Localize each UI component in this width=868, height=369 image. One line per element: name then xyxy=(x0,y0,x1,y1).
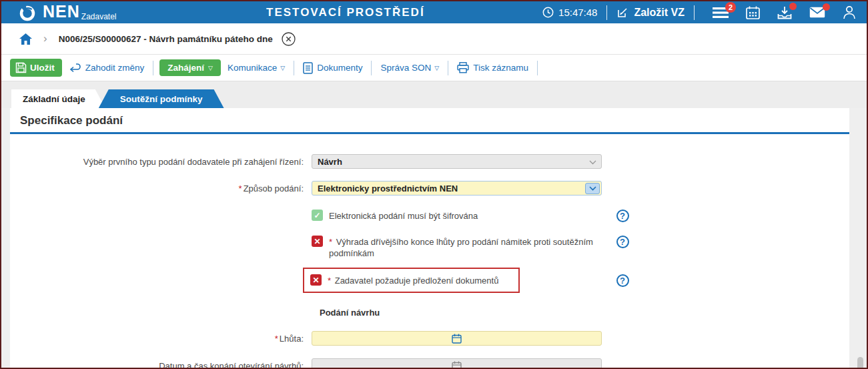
document-icon xyxy=(303,62,313,74)
tasks-badge: 2 xyxy=(725,2,736,13)
profile-button[interactable] xyxy=(843,5,856,19)
person-icon xyxy=(843,5,856,19)
toolbar-divider xyxy=(537,61,538,75)
chevron-down-icon xyxy=(589,160,596,165)
encrypted-help-button[interactable]: ? xyxy=(616,210,629,222)
initiation-dropdown-button[interactable]: Zahájení ▽ xyxy=(159,59,221,76)
app-window: NEN Zadavatel TESTOVACÍ PROSTŘEDÍ 15:47:… xyxy=(0,0,868,369)
brand-name: NEN xyxy=(43,3,80,20)
save-label: Uložit xyxy=(30,63,55,73)
save-icon xyxy=(15,62,27,73)
inbox-button[interactable] xyxy=(777,6,792,19)
documents-button[interactable]: Dokumenty xyxy=(300,62,365,74)
vertical-scrollbar-thumb[interactable] xyxy=(857,357,863,368)
tab-soutezni-podminky[interactable]: Soutěžní podmínky xyxy=(99,89,224,108)
messages-button[interactable] xyxy=(809,7,825,18)
cross-icon: ✕ xyxy=(312,276,319,285)
create-vz-label: Založit VZ xyxy=(634,7,685,19)
close-record-button[interactable] xyxy=(282,32,296,46)
close-circle-icon xyxy=(282,32,296,46)
specification-form: Výběr prvního typu podání dodavatele při… xyxy=(10,134,849,369)
chevron-down-icon: ▽ xyxy=(208,65,213,71)
first-submission-type-value: Návrh xyxy=(318,157,342,167)
toolbar-divider xyxy=(371,61,372,75)
calendar-button[interactable] xyxy=(746,6,760,19)
environment-title: TESTOVACÍ PROSTŘEDÍ xyxy=(266,6,425,19)
header-divider xyxy=(606,5,607,20)
documents-label: Dokumenty xyxy=(317,63,362,73)
section-title: Specifikace podání xyxy=(20,114,849,127)
question-icon: ? xyxy=(620,237,625,247)
tab-label: Základní údaje xyxy=(23,94,85,104)
toolbar-divider xyxy=(294,61,294,75)
communication-label: Komunikace xyxy=(228,63,277,73)
chevron-down-icon: ▽ xyxy=(434,65,439,71)
create-vz-button[interactable]: Založit VZ xyxy=(616,7,685,19)
tab-label: Soutěžní podmínky xyxy=(120,94,203,104)
clock-time: 15:47:48 xyxy=(558,7,597,18)
objection-deadline-label: * Výhrada dřívějšího konce lhůty pro pod… xyxy=(329,236,596,259)
deadline-label: *Lhůta: xyxy=(10,333,312,344)
calendar-icon xyxy=(746,6,760,19)
encrypted-label: Elektronická podání musí být šifrována xyxy=(329,210,478,222)
son-management-dropdown-button[interactable]: Správa SON ▽ xyxy=(378,63,442,73)
breadcrumb-record-title: N006/25/S00000627 - Návrh památníku páte… xyxy=(59,34,273,44)
nen-logo-icon xyxy=(17,3,37,23)
chevron-down-icon xyxy=(589,186,596,191)
clock-icon xyxy=(542,7,554,18)
calendar-picker-icon[interactable] xyxy=(452,334,462,344)
objection-deadline-checkbox[interactable]: ✕ xyxy=(312,236,323,247)
submission-method-value: Elektronicky prostřednictvím NEN xyxy=(318,183,458,194)
documents-required-checkbox[interactable]: ✕ xyxy=(310,274,322,286)
home-icon[interactable] xyxy=(19,33,32,45)
required-asterisk: * xyxy=(328,276,331,286)
required-asterisk: * xyxy=(239,183,242,194)
breadcrumb-separator: › xyxy=(43,32,47,45)
documents-required-highlight-box: ✕ * Zadavatel požaduje předložení dokume… xyxy=(303,268,520,293)
tab-zakladni-udaje[interactable]: Základní údaje xyxy=(11,89,105,108)
deadline-input[interactable] xyxy=(312,331,602,346)
cross-icon: ✕ xyxy=(314,237,320,246)
opening-datetime-input xyxy=(312,358,602,369)
subsection-title: Podání návrhu xyxy=(320,308,849,318)
required-asterisk: * xyxy=(275,334,278,344)
submission-method-label: *Způsob podání: xyxy=(10,183,312,194)
opening-datetime-label: Datum a čas konání otevírání návrhů: xyxy=(10,360,312,369)
check-icon: ✓ xyxy=(314,211,320,220)
print-record-button[interactable]: Tisk záznamu xyxy=(454,62,531,73)
record-toolbar: Uložit Zahodit změny Zahájení ▽ Komunika… xyxy=(1,55,867,81)
content-panel: Specifikace podání Výběr prvního typu po… xyxy=(10,108,849,369)
encrypted-checkbox[interactable]: ✓ xyxy=(312,210,323,221)
breadcrumb: › N006/25/S00000627 - Návrh památníku pá… xyxy=(1,23,867,55)
question-icon: ? xyxy=(620,211,625,221)
submission-method-select[interactable]: Elektronicky prostřednictvím NEN xyxy=(312,181,602,196)
clock: 15:47:48 xyxy=(542,7,597,18)
documents-required-label: * Zadavatel požaduje předložení dokument… xyxy=(328,274,498,286)
submission-method-dropdown-button[interactable] xyxy=(585,183,600,194)
tasks-menu-button[interactable]: 2 xyxy=(713,7,729,19)
documents-required-help-button[interactable]: ? xyxy=(616,274,629,287)
communication-dropdown-button[interactable]: Komunikace ▽ xyxy=(225,63,288,73)
discard-changes-label: Zahodit změny xyxy=(85,63,145,73)
son-label: Správa SON xyxy=(380,63,431,73)
header-divider xyxy=(694,5,695,20)
brand-block[interactable]: NEN Zadavatel xyxy=(17,3,117,23)
first-submission-type-label: Výběr prvního typu podání dodavatele při… xyxy=(10,156,312,167)
required-asterisk: * xyxy=(329,237,332,247)
chevron-down-icon: ▽ xyxy=(280,65,285,71)
first-submission-type-select: Návrh xyxy=(312,154,602,169)
edit-icon xyxy=(616,7,628,19)
calendar-picker-icon xyxy=(452,361,462,369)
save-button[interactable]: Uložit xyxy=(10,59,62,77)
printer-icon xyxy=(457,62,469,73)
objection-deadline-help-button[interactable]: ? xyxy=(616,236,629,248)
messages-badge-dot xyxy=(823,3,830,11)
discard-changes-button[interactable]: Zahodit změny xyxy=(66,63,147,73)
tab-bar: Základní údaje Soutěžní podmínky xyxy=(1,81,867,108)
print-record-label: Tisk záznamu xyxy=(473,63,528,73)
inbox-badge-dot xyxy=(789,3,797,10)
toolbar-divider xyxy=(153,61,153,75)
brand-role: Zadavatel xyxy=(81,12,117,21)
top-header: NEN Zadavatel TESTOVACÍ PROSTŘEDÍ 15:47:… xyxy=(1,1,867,23)
section-header: Specifikace podání xyxy=(10,108,849,134)
